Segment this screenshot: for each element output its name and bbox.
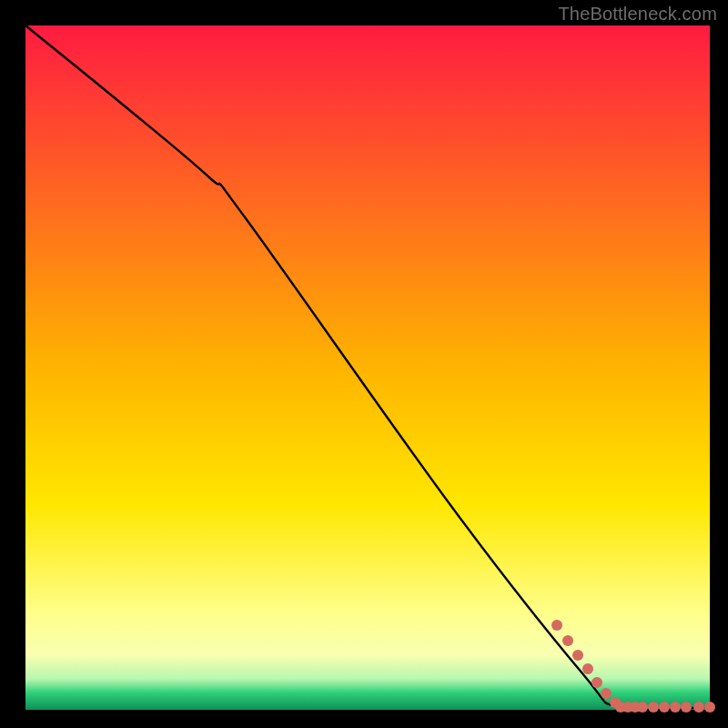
watermark-text: TheBottleneck.com bbox=[558, 4, 717, 25]
scatter-point bbox=[659, 702, 670, 713]
chart-frame: TheBottleneck.com bbox=[0, 0, 728, 728]
scatter-point bbox=[637, 702, 648, 713]
scatter-point bbox=[670, 702, 681, 713]
scatter-point bbox=[681, 702, 692, 713]
scatter-point bbox=[572, 650, 583, 661]
scatter-point bbox=[648, 702, 659, 713]
scatter-point bbox=[582, 663, 593, 674]
scatter-point bbox=[551, 620, 562, 631]
scatter-point bbox=[592, 677, 602, 688]
scatter-point bbox=[704, 702, 715, 713]
chart-canvas bbox=[0, 0, 728, 728]
scatter-point bbox=[562, 635, 573, 646]
scatter-point bbox=[601, 688, 612, 699]
scatter-point bbox=[693, 702, 704, 713]
plot-background bbox=[25, 25, 710, 710]
